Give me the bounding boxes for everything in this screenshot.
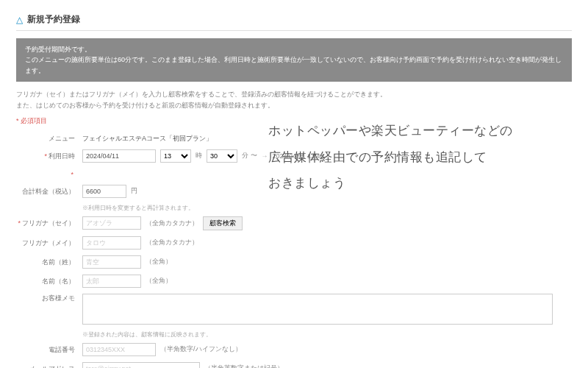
label-tel: 電話番号 bbox=[16, 343, 82, 355]
row-tel: 電話番号 （半角数字/ハイフンなし） bbox=[16, 343, 572, 356]
hour-select[interactable]: 13 bbox=[160, 149, 191, 163]
row-sei: 名前（姓） （全角） bbox=[16, 255, 572, 269]
min-unit: 分 〜 bbox=[242, 151, 257, 160]
tel-input[interactable] bbox=[82, 343, 156, 356]
row-datetime: *利用日時 13 時 30 分 〜 → 2024/04/11 13:40 bbox=[16, 149, 572, 163]
hint-line2: また、はじめてのお客様から予約を受け付けると新規の顧客情報が自動登録されます。 bbox=[16, 100, 572, 110]
hour-unit: 時 bbox=[196, 151, 202, 160]
label-sei-kana: *フリガナ（セイ） bbox=[16, 216, 82, 228]
alert-banner: 予約受付期間外です。 このメニューの施術所要単位は60分です。このまま登録した場… bbox=[16, 38, 572, 82]
row-mei-kana: フリガナ（メイ） （全角カタカナ） bbox=[16, 236, 572, 250]
row-menu: メニュー フェイシャルエステAコース「初回プラン」 bbox=[16, 132, 572, 144]
row-price: 合計料金（税込） 円 bbox=[16, 185, 572, 198]
required-note: *必須項目 bbox=[16, 116, 572, 126]
blank-field bbox=[82, 169, 119, 179]
row-email: メールアドレス （半角英数字または記号） bbox=[16, 362, 572, 368]
triangle-icon: △ bbox=[16, 15, 23, 25]
arrow-icon: → bbox=[262, 152, 268, 160]
cust-memo-textarea[interactable] bbox=[82, 294, 553, 325]
price-note: ※利用日時を変更すると再計算されます。 bbox=[82, 204, 572, 212]
tel-hint: （半角数字/ハイフンなし） bbox=[160, 344, 242, 354]
label-mei-kana: フリガナ（メイ） bbox=[16, 236, 82, 248]
zen-hint1: （全角） bbox=[146, 257, 172, 266]
row-sei-kana: *フリガナ（セイ） （全角カタカナ） 顧客検索 bbox=[16, 216, 572, 230]
value-menu: フェイシャルエステAコース「初回プラン」 bbox=[82, 132, 212, 144]
alert-line2: このメニューの施術所要単位は60分です。このまま登録した場合、利用日時と施術所要… bbox=[25, 54, 563, 76]
mei-kana-input[interactable] bbox=[82, 236, 141, 250]
sei-kana-input[interactable] bbox=[82, 216, 141, 230]
hint-line1: フリガナ（セイ）またはフリガナ（メイ）を入力し顧客検索をすることで、登録済みの顧… bbox=[16, 89, 572, 99]
row-cust-memo: お客様メモ bbox=[16, 294, 572, 325]
label-email: メールアドレス bbox=[16, 362, 82, 368]
hint-text: フリガナ（セイ）またはフリガナ（メイ）を入力し顧客検索をすることで、登録済みの顧… bbox=[16, 89, 572, 110]
label-mei: 名前（名） bbox=[16, 275, 82, 286]
price-input[interactable] bbox=[82, 185, 126, 198]
page-header: △ 新規予約登録 bbox=[16, 13, 572, 31]
row-spacer: * bbox=[16, 169, 572, 179]
kana-hint2: （全角カタカナ） bbox=[146, 238, 198, 247]
kana-hint1: （全角カタカナ） bbox=[146, 219, 198, 228]
end-time: 2024/04/11 13:40 bbox=[273, 152, 324, 160]
page-title: 新規予約登録 bbox=[27, 13, 80, 26]
mei-input[interactable] bbox=[82, 275, 141, 288]
email-hint: （半角英数字または記号） bbox=[204, 364, 284, 368]
label-sei: 名前（姓） bbox=[16, 255, 82, 267]
email-input[interactable] bbox=[82, 362, 200, 368]
row-mei: 名前（名） （全角） bbox=[16, 275, 572, 288]
alert-line1: 予約受付期間外です。 bbox=[25, 44, 563, 54]
label-cust-memo: お客様メモ bbox=[16, 294, 82, 303]
date-input[interactable] bbox=[82, 149, 156, 163]
label-price: 合計料金（税込） bbox=[16, 185, 82, 197]
label-datetime: *利用日時 bbox=[16, 149, 82, 161]
minute-select[interactable]: 30 bbox=[207, 149, 237, 163]
customer-search-button[interactable]: 顧客検索 bbox=[203, 216, 243, 230]
sei-input[interactable] bbox=[82, 255, 141, 269]
price-unit: 円 bbox=[131, 186, 137, 196]
cust-memo-note: ※登録された内容は、顧客情報に反映されます。 bbox=[82, 330, 572, 339]
zen-hint2: （全角） bbox=[146, 276, 172, 286]
label-menu: メニュー bbox=[16, 132, 82, 144]
